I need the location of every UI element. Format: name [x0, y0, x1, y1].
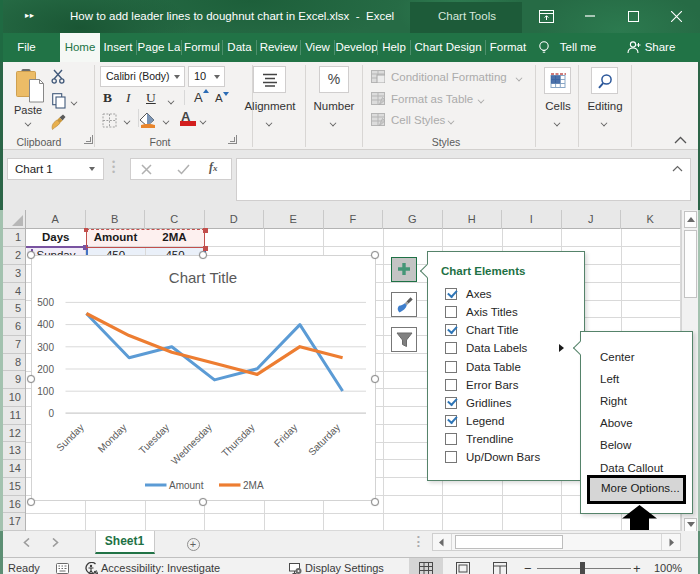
- svg-text:Wednesday: Wednesday: [169, 421, 214, 466]
- svg-text:Amount: Amount: [169, 479, 204, 490]
- svg-text:Chart Title: Chart Title: [169, 269, 237, 286]
- svg-text:Saturday: Saturday: [306, 421, 342, 457]
- svg-text:2MA: 2MA: [243, 479, 264, 490]
- svg-text:500: 500: [37, 297, 54, 308]
- svg-text:400: 400: [37, 319, 54, 330]
- svg-text:0: 0: [48, 407, 54, 418]
- svg-text:Tuesday: Tuesday: [137, 421, 172, 456]
- svg-text:300: 300: [37, 341, 54, 352]
- svg-text:Thursday: Thursday: [219, 421, 256, 458]
- svg-text:Monday: Monday: [96, 421, 129, 454]
- svg-text:Sunday: Sunday: [54, 421, 86, 453]
- svg-text:Friday: Friday: [272, 421, 299, 448]
- svg-text:200: 200: [37, 363, 54, 374]
- svg-text:100: 100: [37, 385, 54, 396]
